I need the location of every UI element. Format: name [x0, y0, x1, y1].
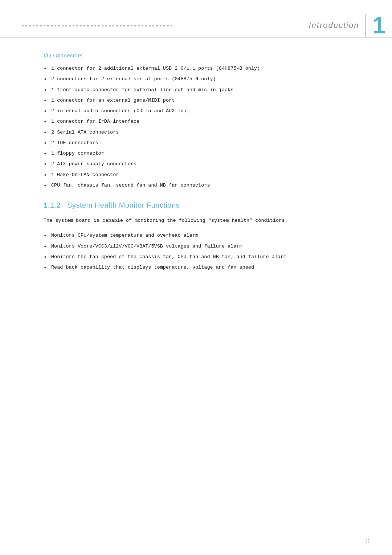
header-dot	[131, 25, 132, 26]
list-item: 1 connector for 2 additional external US…	[44, 65, 363, 73]
header-dot	[134, 25, 136, 26]
header-dot	[109, 25, 111, 26]
header-dots	[0, 25, 309, 26]
header-dot	[87, 25, 89, 26]
header-dot	[171, 25, 172, 26]
section-title-text: System Health Monitor Functions	[65, 201, 180, 209]
header-dot	[113, 25, 114, 26]
header-dot	[94, 25, 96, 26]
header-dot	[80, 25, 82, 26]
io-connectors-list: 1 connector for 2 additional external US…	[44, 65, 363, 190]
section-number: 1.1.2	[44, 201, 61, 209]
io-connectors-title: I/O Connectors	[44, 52, 363, 58]
list-item: 1 floppy connector	[44, 150, 363, 158]
header-dot	[163, 25, 165, 26]
system-health-section: 1.1.2 System Health Monitor Functions Th…	[44, 201, 363, 272]
header-dot	[142, 25, 143, 26]
header-dot	[156, 25, 158, 26]
header-dot	[58, 25, 60, 26]
dots-line	[22, 25, 172, 26]
header-dot	[123, 25, 125, 26]
header-dot	[25, 25, 27, 26]
header-dot	[120, 25, 122, 26]
header-dot	[54, 25, 56, 26]
header-dot	[102, 25, 103, 26]
header-dot	[149, 25, 151, 26]
header-dot	[40, 25, 42, 26]
header-dot	[116, 25, 118, 26]
header-dot	[65, 25, 67, 26]
header-title-area: Introduction 1	[309, 14, 392, 37]
header-title: Introduction	[309, 14, 365, 37]
header-dot	[47, 25, 49, 26]
list-item: Read back capability that displays tempe…	[44, 264, 363, 272]
system-health-heading: 1.1.2 System Health Monitor Functions	[44, 201, 363, 209]
header-dot	[22, 25, 24, 26]
header-dot	[145, 25, 147, 26]
system-health-list: Monitors CPU/system temperature and over…	[44, 232, 363, 272]
header-dot	[29, 25, 31, 26]
content-area: I/O Connectors 1 connector for 2 additio…	[0, 38, 392, 305]
list-item: Monitors the fan speed of the chassis fa…	[44, 253, 363, 262]
header-dot	[73, 25, 74, 26]
header-dot	[62, 25, 64, 26]
header-dot	[33, 25, 34, 26]
io-connectors-section: I/O Connectors 1 connector for 2 additio…	[44, 52, 363, 190]
page-number: 11	[364, 538, 370, 544]
list-item: 2 IDE connectors	[44, 139, 363, 148]
header-dot	[160, 25, 162, 26]
header-dot	[69, 25, 71, 26]
header-dot	[83, 25, 85, 26]
header-dot	[167, 25, 169, 26]
list-item: 1 Wake-On-LAN connector	[44, 171, 363, 180]
header-dot	[127, 25, 129, 26]
header-dot	[76, 25, 78, 26]
header-dot	[105, 25, 107, 26]
list-item: 2 ATX power supply connectors	[44, 160, 363, 169]
list-item: CPU fan, chassis fan, second fan and NB …	[44, 182, 363, 190]
header-dot	[91, 25, 93, 26]
list-item: Monitors CPU/system temperature and over…	[44, 232, 363, 240]
list-item: Monitors Vcore/VCC3/±12V/VCC/VBAT/5VSB v…	[44, 243, 363, 251]
system-health-intro: The system board is capable of monitorin…	[44, 217, 363, 225]
list-item: 2 internal audio connectors (CD-in and A…	[44, 107, 363, 116]
header-dot	[152, 25, 154, 26]
header-dot	[36, 25, 38, 26]
list-item: 1 front audio connector for external lin…	[44, 86, 363, 95]
header-bar: Introduction 1	[0, 0, 392, 37]
list-item: 1 connector for IrDA interface	[44, 118, 363, 126]
list-item: 2 connectors for 2 external serial ports…	[44, 76, 363, 84]
header-dot	[44, 25, 45, 26]
header-dot	[138, 25, 140, 26]
list-item: 2 Serial ATA connectors	[44, 129, 363, 137]
chapter-number: 1	[365, 14, 392, 37]
page-container: Introduction 1 I/O Connectors 1 connecto…	[0, 0, 392, 555]
header-dot	[98, 25, 100, 26]
header-dot	[51, 25, 53, 26]
list-item: 1 connector for an external game/MIDI po…	[44, 97, 363, 105]
